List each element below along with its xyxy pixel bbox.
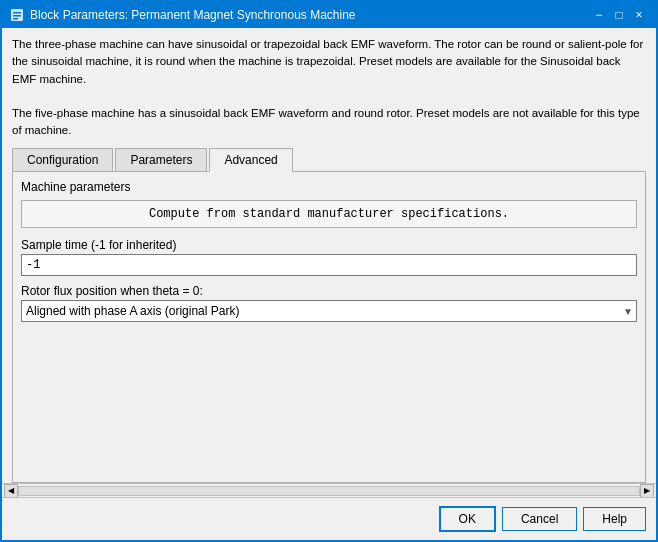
sample-time-label: Sample time (-1 for inherited) <box>21 238 637 252</box>
spacer <box>21 322 637 475</box>
tab-bar: Configuration Parameters Advanced <box>12 148 646 172</box>
rotor-flux-dropdown[interactable]: Aligned with phase A axis (original Park… <box>21 300 637 322</box>
tab-configuration[interactable]: Configuration <box>12 148 113 171</box>
advanced-panel: Machine parameters Compute from standard… <box>12 172 646 484</box>
close-button[interactable]: × <box>630 6 648 24</box>
description-line1: The three-phase machine can have sinusoi… <box>12 36 646 88</box>
sample-time-input[interactable] <box>21 254 637 276</box>
title-controls: − □ × <box>590 6 648 24</box>
scroll-right-button[interactable]: ▶ <box>640 484 654 498</box>
compute-button[interactable]: Compute from standard manufacturer speci… <box>21 200 637 228</box>
rotor-flux-dropdown-wrapper: Aligned with phase A axis (original Park… <box>21 300 637 322</box>
rotor-flux-label: Rotor flux position when theta = 0: <box>21 284 637 298</box>
ok-button[interactable]: OK <box>439 506 496 532</box>
svg-rect-2 <box>13 15 21 17</box>
title-bar-left: Block Parameters: Permanent Magnet Synch… <box>10 8 356 22</box>
footer: OK Cancel Help <box>2 497 656 540</box>
section-label: Machine parameters <box>21 180 637 194</box>
tab-parameters[interactable]: Parameters <box>115 148 207 171</box>
scroll-left-button[interactable]: ◀ <box>4 484 18 498</box>
main-window: Block Parameters: Permanent Magnet Synch… <box>0 0 658 542</box>
horizontal-scrollbar[interactable]: ◀ ▶ <box>2 483 656 497</box>
description-block: The three-phase machine can have sinusoi… <box>12 36 646 140</box>
description-line2: The five-phase machine has a sinusoidal … <box>12 105 646 140</box>
minimize-button[interactable]: − <box>590 6 608 24</box>
window-title: Block Parameters: Permanent Magnet Synch… <box>30 8 356 22</box>
help-button[interactable]: Help <box>583 507 646 531</box>
scrollbar-track[interactable] <box>18 486 640 496</box>
svg-rect-1 <box>13 12 21 14</box>
maximize-button[interactable]: □ <box>610 6 628 24</box>
window-icon <box>10 8 24 22</box>
title-bar: Block Parameters: Permanent Magnet Synch… <box>2 2 656 28</box>
cancel-button[interactable]: Cancel <box>502 507 577 531</box>
tab-advanced[interactable]: Advanced <box>209 148 292 172</box>
svg-rect-3 <box>13 18 18 20</box>
content-area: The three-phase machine can have sinusoi… <box>2 28 656 497</box>
